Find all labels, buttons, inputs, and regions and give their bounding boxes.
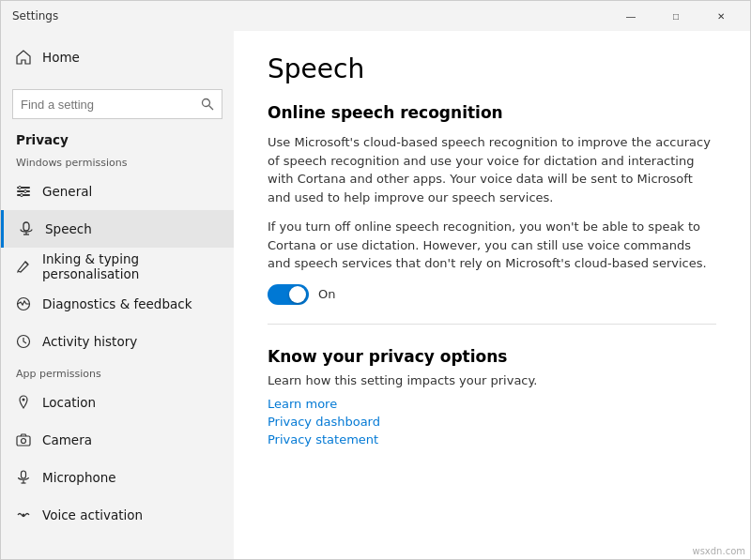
app-body: Home Privacy Windows permissions <box>1 31 750 559</box>
search-icon <box>201 98 214 111</box>
online-speech-title: Online speech recognition <box>268 103 716 122</box>
settings-window: Settings — □ ✕ Home <box>0 0 751 560</box>
camera-label: Camera <box>42 432 92 447</box>
toggle-label: On <box>318 287 335 301</box>
sidebar: Home Privacy Windows permissions <box>1 31 234 559</box>
sidebar-item-home[interactable]: Home <box>16 38 219 76</box>
sidebar-item-inking[interactable]: Inking & typing personalisation <box>1 248 234 285</box>
home-label: Home <box>42 50 80 65</box>
sidebar-scroll: Windows permissions General <box>1 149 234 559</box>
general-label: General <box>42 184 92 199</box>
inking-icon <box>16 259 31 274</box>
voice-icon <box>16 507 31 522</box>
svg-point-7 <box>21 194 23 197</box>
svg-line-1 <box>209 106 213 110</box>
svg-point-5 <box>19 187 22 189</box>
online-speech-toggle[interactable] <box>268 284 309 305</box>
activity-label: Activity history <box>42 334 137 349</box>
maximize-button[interactable]: □ <box>654 1 697 31</box>
windows-permissions-label: Windows permissions <box>1 149 234 173</box>
location-icon <box>16 395 31 410</box>
svg-point-15 <box>22 439 26 444</box>
online-speech-desc1: Use Microsoft's cloud-based speech recog… <box>268 133 716 206</box>
activity-icon <box>16 334 31 349</box>
svg-point-0 <box>203 99 210 107</box>
camera-icon <box>16 432 31 447</box>
sidebar-item-diagnostics[interactable]: Diagnostics & feedback <box>1 285 234 323</box>
privacy-options-title: Know your privacy options <box>268 347 716 366</box>
toggle-row: On <box>268 284 716 305</box>
page-title: Speech <box>268 53 716 84</box>
speech-label: Speech <box>45 221 92 236</box>
microphone-label: Microphone <box>42 470 116 485</box>
general-icon <box>16 184 31 199</box>
sidebar-item-voice[interactable]: Voice activation <box>1 496 234 534</box>
sidebar-item-camera[interactable]: Camera <box>1 421 234 459</box>
svg-point-19 <box>23 514 25 517</box>
privacy-dashboard-link[interactable]: Privacy dashboard <box>268 415 716 429</box>
inking-label: Inking & typing personalisation <box>42 251 219 281</box>
sidebar-item-speech[interactable]: Speech <box>1 210 234 248</box>
learn-more-link[interactable]: Learn more <box>268 397 716 411</box>
svg-point-13 <box>23 399 25 401</box>
svg-rect-14 <box>17 436 30 446</box>
svg-point-6 <box>24 190 27 193</box>
microphone-icon <box>16 470 31 485</box>
sidebar-item-general[interactable]: General <box>1 173 234 210</box>
sidebar-header: Home <box>1 31 234 83</box>
window-controls: — □ ✕ <box>609 1 743 31</box>
search-input[interactable] <box>21 98 201 112</box>
diagnostics-icon <box>16 296 31 311</box>
sidebar-item-activity[interactable]: Activity history <box>1 323 234 360</box>
svg-rect-8 <box>23 222 29 231</box>
close-button[interactable]: ✕ <box>699 1 743 31</box>
speech-icon <box>19 221 34 236</box>
diagnostics-label: Diagnostics & feedback <box>42 296 192 311</box>
home-icon <box>16 50 31 65</box>
online-speech-desc2: If you turn off online speech recognitio… <box>268 218 716 273</box>
window-title: Settings <box>12 9 58 23</box>
privacy-options-desc: Learn how this setting impacts your priv… <box>268 373 716 387</box>
search-box[interactable] <box>12 89 222 119</box>
voice-label: Voice activation <box>42 507 143 522</box>
watermark: wsxdn.com <box>692 546 745 556</box>
sidebar-item-microphone[interactable]: Microphone <box>1 459 234 496</box>
main-content: Speech Online speech recognition Use Mic… <box>234 31 750 559</box>
toggle-knob <box>289 286 306 303</box>
app-permissions-label: App permissions <box>1 360 234 384</box>
minimize-button[interactable]: — <box>609 1 652 31</box>
divider <box>268 324 716 325</box>
location-label: Location <box>42 395 96 410</box>
svg-rect-16 <box>22 471 26 478</box>
title-bar: Settings — □ ✕ <box>1 1 750 31</box>
privacy-section-label: Privacy <box>1 129 234 149</box>
privacy-statement-link[interactable]: Privacy statement <box>268 432 716 446</box>
sidebar-item-location[interactable]: Location <box>1 384 234 421</box>
